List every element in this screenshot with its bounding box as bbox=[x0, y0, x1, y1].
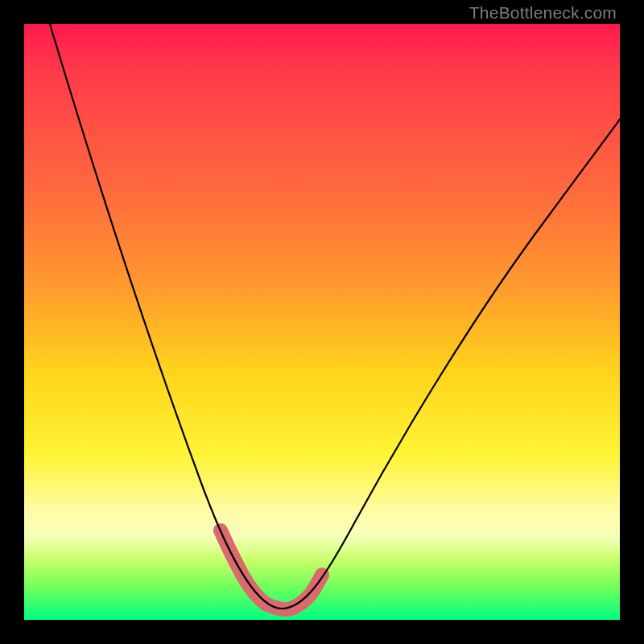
sweet-spot-band bbox=[221, 530, 322, 609]
watermark-text: TheBottleneck.com bbox=[469, 3, 617, 23]
chart-svg bbox=[24, 24, 620, 620]
chart-frame: TheBottleneck.com bbox=[0, 0, 644, 644]
bottleneck-curve bbox=[50, 24, 620, 609]
plot-area bbox=[24, 24, 620, 620]
